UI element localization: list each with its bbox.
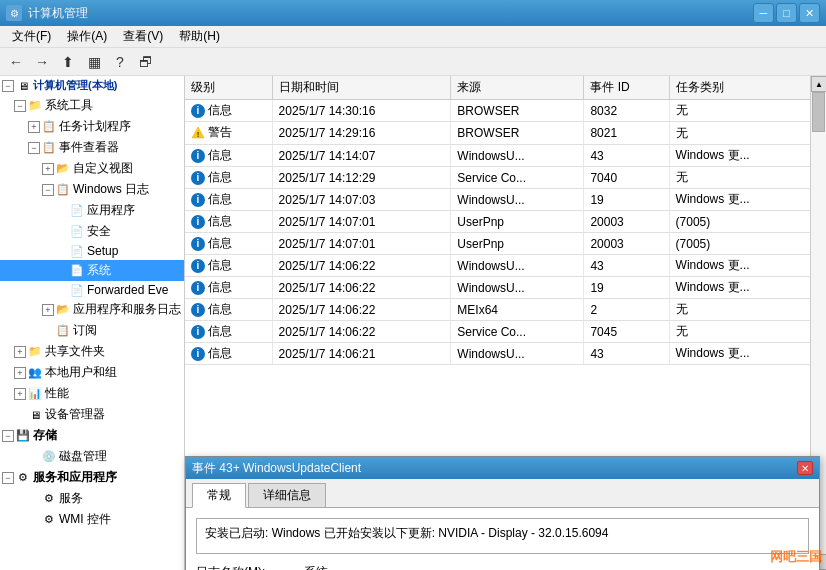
table-row[interactable]: i 信息2025/1/7 14:06:22WindowsU...43Window…	[185, 255, 810, 277]
sidebar-item-services[interactable]: ⚙ 服务	[0, 488, 184, 509]
table-row[interactable]: i 信息2025/1/7 14:07:03WindowsU...19Window…	[185, 189, 810, 211]
table-row[interactable]: i 信息2025/1/7 14:06:21WindowsU...43Window…	[185, 343, 810, 365]
info-icon: i	[191, 347, 205, 361]
setup-label: Setup	[87, 244, 118, 258]
close-button[interactable]: ✕	[799, 3, 820, 23]
users-expand[interactable]: +	[14, 367, 26, 379]
cell-category: Windows 更...	[669, 277, 810, 299]
col-eventid[interactable]: 事件 ID	[584, 76, 669, 100]
menu-file[interactable]: 文件(F)	[4, 26, 59, 47]
info-icon: i	[191, 215, 205, 229]
custom-views-expand[interactable]: +	[42, 163, 54, 175]
sidebar-item-security[interactable]: 📄 安全	[0, 221, 184, 242]
col-level[interactable]: 级别	[185, 76, 272, 100]
system-tools-expand[interactable]: −	[14, 100, 26, 112]
table-row[interactable]: i 信息2025/1/7 14:06:22MEIx642无	[185, 299, 810, 321]
windows-logs-expand[interactable]: −	[42, 184, 54, 196]
log-name-value: 系统	[304, 564, 809, 570]
storage-expand[interactable]: −	[2, 430, 14, 442]
show-hide-button[interactable]: ▦	[82, 51, 106, 73]
cell-datetime: 2025/1/7 14:07:01	[272, 233, 451, 255]
sidebar-item-local-users[interactable]: + 👥 本地用户和组	[0, 362, 184, 383]
cell-level: i 信息	[185, 211, 272, 233]
table-row[interactable]: i 信息2025/1/7 14:14:07WindowsU...43Window…	[185, 145, 810, 167]
maximize-button[interactable]: □	[776, 3, 797, 23]
scroll-thumb[interactable]	[812, 92, 825, 132]
system-log-icon: 📄	[70, 264, 84, 278]
users-icon: 👥	[28, 366, 42, 380]
setup-log-icon: 📄	[70, 244, 84, 258]
sidebar-root[interactable]: − 🖥 计算机管理(本地)	[0, 76, 184, 95]
sidebar-item-disk-mgmt[interactable]: 💿 磁盘管理	[0, 446, 184, 467]
back-button[interactable]: ←	[4, 51, 28, 73]
cell-category: (7005)	[669, 233, 810, 255]
dialog-close-button[interactable]: ✕	[797, 461, 813, 475]
cell-source: Service Co...	[451, 321, 584, 343]
app-service-expand[interactable]: +	[42, 304, 54, 316]
sidebar-item-windows-logs[interactable]: − 📋 Windows 日志	[0, 179, 184, 200]
sidebar-item-system-log[interactable]: 📄 系统	[0, 260, 184, 281]
forward-button[interactable]: →	[30, 51, 54, 73]
sidebar-item-subscription[interactable]: 📋 订阅	[0, 320, 184, 341]
task-expand[interactable]: +	[28, 121, 40, 133]
folder-icon: 📁	[28, 99, 42, 113]
sidebar-item-forwarded[interactable]: 📄 Forwarded Eve	[0, 281, 184, 299]
event-viewer-expand[interactable]: −	[28, 142, 40, 154]
shared-label: 共享文件夹	[45, 343, 105, 360]
table-row[interactable]: i 信息2025/1/7 14:06:22WindowsU...19Window…	[185, 277, 810, 299]
main-container: − 🖥 计算机管理(本地) − 📁 系统工具 + 📋 任务计划程序 − 📋 事件…	[0, 76, 826, 570]
info-icon: i	[191, 325, 205, 339]
users-label: 本地用户和组	[45, 364, 117, 381]
minimize-button[interactable]: ─	[753, 3, 774, 23]
col-datetime[interactable]: 日期和时间	[272, 76, 451, 100]
menu-help[interactable]: 帮助(H)	[171, 26, 228, 47]
sidebar-item-services-apps[interactable]: − ⚙ 服务和应用程序	[0, 467, 184, 488]
title-bar: ⚙ 计算机管理 ─ □ ✕	[0, 0, 826, 26]
col-source[interactable]: 来源	[451, 76, 584, 100]
tab-detail[interactable]: 详细信息	[248, 483, 326, 507]
col-category[interactable]: 任务类别	[669, 76, 810, 100]
sidebar-item-storage[interactable]: − 💾 存储	[0, 425, 184, 446]
application-log-icon: 📄	[70, 204, 84, 218]
cell-category: Windows 更...	[669, 255, 810, 277]
sidebar-item-device-manager[interactable]: 🖥 设备管理器	[0, 404, 184, 425]
table-row[interactable]: ! 警告2025/1/7 14:29:16BROWSER8021无	[185, 122, 810, 145]
scroll-up-button[interactable]: ▲	[811, 76, 826, 92]
system-tools-label: 系统工具	[45, 97, 93, 114]
app-service-icon: 📂	[56, 303, 70, 317]
table-row[interactable]: i 信息2025/1/7 14:30:16BROWSER8032无	[185, 100, 810, 122]
root-expand[interactable]: −	[2, 80, 14, 92]
sidebar-item-system-tools[interactable]: − 📁 系统工具	[0, 95, 184, 116]
table-row[interactable]: i 信息2025/1/7 14:06:22Service Co...7045无	[185, 321, 810, 343]
sidebar-item-application[interactable]: 📄 应用程序	[0, 200, 184, 221]
sidebar-item-event-viewer[interactable]: − 📋 事件查看器	[0, 137, 184, 158]
cell-datetime: 2025/1/7 14:06:22	[272, 321, 451, 343]
cell-source: WindowsU...	[451, 343, 584, 365]
services-expand[interactable]: −	[2, 472, 14, 484]
table-row[interactable]: i 信息2025/1/7 14:12:29Service Co...7040无	[185, 167, 810, 189]
perf-expand[interactable]: +	[14, 388, 26, 400]
sidebar-item-performance[interactable]: + 📊 性能	[0, 383, 184, 404]
help-button[interactable]: ?	[108, 51, 132, 73]
sidebar-item-app-service-logs[interactable]: + 📂 应用程序和服务日志	[0, 299, 184, 320]
cell-datetime: 2025/1/7 14:29:16	[272, 122, 451, 145]
sidebar-item-wmi[interactable]: ⚙ WMI 控件	[0, 509, 184, 530]
shared-expand[interactable]: +	[14, 346, 26, 358]
menu-action[interactable]: 操作(A)	[59, 26, 115, 47]
sidebar-item-shared-folders[interactable]: + 📁 共享文件夹	[0, 341, 184, 362]
cell-source: UserPnp	[451, 233, 584, 255]
cell-level: i 信息	[185, 343, 272, 365]
sidebar-item-custom-views[interactable]: + 📂 自定义视图	[0, 158, 184, 179]
new-window-button[interactable]: 🗗	[134, 51, 158, 73]
sidebar-item-task-scheduler[interactable]: + 📋 任务计划程序	[0, 116, 184, 137]
table-row[interactable]: i 信息2025/1/7 14:07:01UserPnp20003(7005)	[185, 211, 810, 233]
tab-general[interactable]: 常规	[192, 483, 246, 508]
log-name-label: 日志名称(M):	[196, 564, 296, 570]
table-row[interactable]: i 信息2025/1/7 14:07:01UserPnp20003(7005)	[185, 233, 810, 255]
event-description: 安装已启动: Windows 已开始安装以下更新: NVIDIA - Displ…	[196, 518, 809, 554]
menu-view[interactable]: 查看(V)	[115, 26, 171, 47]
sidebar-item-setup[interactable]: 📄 Setup	[0, 242, 184, 260]
cell-datetime: 2025/1/7 14:06:22	[272, 255, 451, 277]
up-button[interactable]: ⬆	[56, 51, 80, 73]
cell-category: Windows 更...	[669, 145, 810, 167]
